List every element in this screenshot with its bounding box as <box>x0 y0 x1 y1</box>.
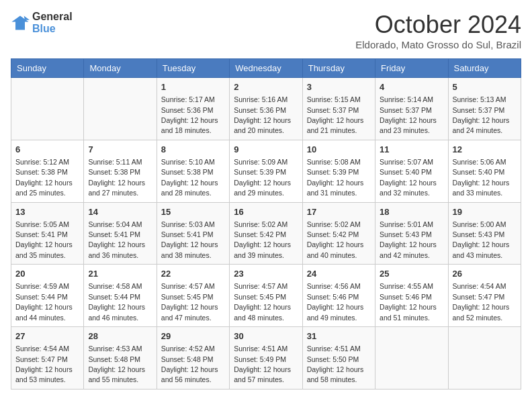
logo: General Blue <box>11 11 73 34</box>
calendar-week-5: 27Sunrise: 4:54 AMSunset: 5:47 PMDayligh… <box>11 327 521 390</box>
calendar-week-3: 13Sunrise: 5:05 AMSunset: 5:41 PMDayligh… <box>11 202 521 265</box>
day-info: Sunrise: 4:51 AMSunset: 5:50 PMDaylight:… <box>307 345 364 383</box>
day-number: 21 <box>88 268 152 280</box>
day-number: 22 <box>161 268 225 280</box>
day-info: Sunrise: 5:17 AMSunset: 5:36 PMDaylight:… <box>161 95 218 134</box>
day-number: 16 <box>234 206 298 218</box>
day-number: 17 <box>307 206 371 218</box>
calendar-week-1: 1Sunrise: 5:17 AMSunset: 5:36 PMDaylight… <box>11 78 521 140</box>
header-cell-wednesday: Wednesday <box>230 59 302 78</box>
calendar-header: SundayMondayTuesdayWednesdayThursdayFrid… <box>11 59 521 78</box>
calendar-cell: 22Sunrise: 4:57 AMSunset: 5:45 PMDayligh… <box>157 265 229 327</box>
header-cell-friday: Friday <box>375 59 448 78</box>
day-number: 15 <box>161 206 225 218</box>
day-info: Sunrise: 5:02 AMSunset: 5:42 PMDaylight:… <box>307 220 364 259</box>
day-info: Sunrise: 5:12 AMSunset: 5:38 PMDaylight:… <box>15 158 73 197</box>
day-info: Sunrise: 4:57 AMSunset: 5:45 PMDaylight:… <box>161 282 218 321</box>
header-cell-sunday: Sunday <box>11 59 84 78</box>
calendar-cell <box>84 78 157 140</box>
day-number: 11 <box>380 144 443 156</box>
calendar-body: 1Sunrise: 5:17 AMSunset: 5:36 PMDaylight… <box>11 78 521 390</box>
day-number: 18 <box>380 206 443 218</box>
calendar-cell <box>11 78 84 140</box>
calendar-table: SundayMondayTuesdayWednesdayThursdayFrid… <box>11 58 521 390</box>
day-info: Sunrise: 4:57 AMSunset: 5:45 PMDaylight:… <box>234 282 291 321</box>
day-number: 3 <box>307 81 371 93</box>
day-info: Sunrise: 5:01 AMSunset: 5:43 PMDaylight:… <box>380 220 437 259</box>
day-info: Sunrise: 4:51 AMSunset: 5:49 PMDaylight:… <box>234 345 291 383</box>
calendar-cell: 21Sunrise: 4:58 AMSunset: 5:44 PMDayligh… <box>84 265 157 327</box>
header-cell-thursday: Thursday <box>302 59 375 78</box>
day-info: Sunrise: 4:55 AMSunset: 5:46 PMDaylight:… <box>380 282 437 321</box>
calendar-cell: 28Sunrise: 4:53 AMSunset: 5:48 PMDayligh… <box>84 327 157 390</box>
calendar-cell: 29Sunrise: 4:52 AMSunset: 5:48 PMDayligh… <box>157 327 229 390</box>
day-number: 28 <box>88 330 152 342</box>
calendar-cell: 3Sunrise: 5:15 AMSunset: 5:37 PMDaylight… <box>302 78 375 140</box>
header-cell-tuesday: Tuesday <box>157 59 229 78</box>
day-number: 29 <box>161 330 225 342</box>
day-number: 26 <box>453 268 517 280</box>
day-info: Sunrise: 5:00 AMSunset: 5:43 PMDaylight:… <box>453 220 510 259</box>
calendar-cell: 20Sunrise: 4:59 AMSunset: 5:44 PMDayligh… <box>11 265 84 327</box>
calendar-cell: 18Sunrise: 5:01 AMSunset: 5:43 PMDayligh… <box>375 202 448 265</box>
calendar-cell: 12Sunrise: 5:06 AMSunset: 5:40 PMDayligh… <box>448 140 521 202</box>
day-number: 31 <box>307 330 371 342</box>
calendar-cell: 2Sunrise: 5:16 AMSunset: 5:36 PMDaylight… <box>230 78 302 140</box>
logo-icon <box>11 13 30 32</box>
day-number: 25 <box>380 268 443 280</box>
day-info: Sunrise: 4:54 AMSunset: 5:47 PMDaylight:… <box>15 345 73 383</box>
calendar-week-4: 20Sunrise: 4:59 AMSunset: 5:44 PMDayligh… <box>11 265 521 327</box>
day-info: Sunrise: 4:56 AMSunset: 5:46 PMDaylight:… <box>307 282 364 321</box>
calendar-cell: 27Sunrise: 4:54 AMSunset: 5:47 PMDayligh… <box>11 327 84 390</box>
day-number: 13 <box>15 206 79 218</box>
day-number: 23 <box>234 268 298 280</box>
calendar-cell <box>448 327 521 390</box>
day-info: Sunrise: 4:52 AMSunset: 5:48 PMDaylight:… <box>161 345 218 383</box>
title-block: October 2024 Eldorado, Mato Grosso do Su… <box>355 11 521 50</box>
calendar-cell: 5Sunrise: 5:13 AMSunset: 5:37 PMDaylight… <box>448 78 521 140</box>
calendar-cell: 25Sunrise: 4:55 AMSunset: 5:46 PMDayligh… <box>375 265 448 327</box>
logo-general: General <box>32 11 73 22</box>
month-title: October 2024 <box>355 11 521 39</box>
calendar-cell: 19Sunrise: 5:00 AMSunset: 5:43 PMDayligh… <box>448 202 521 265</box>
calendar-cell: 26Sunrise: 4:54 AMSunset: 5:47 PMDayligh… <box>448 265 521 327</box>
calendar-cell: 11Sunrise: 5:07 AMSunset: 5:40 PMDayligh… <box>375 140 448 202</box>
calendar-cell: 14Sunrise: 5:04 AMSunset: 5:41 PMDayligh… <box>84 202 157 265</box>
calendar-cell: 1Sunrise: 5:17 AMSunset: 5:36 PMDaylight… <box>157 78 229 140</box>
day-number: 2 <box>234 81 298 93</box>
calendar-cell: 30Sunrise: 4:51 AMSunset: 5:49 PMDayligh… <box>230 327 302 390</box>
calendar-cell: 16Sunrise: 5:02 AMSunset: 5:42 PMDayligh… <box>230 202 302 265</box>
header-row: SundayMondayTuesdayWednesdayThursdayFrid… <box>11 59 521 78</box>
day-info: Sunrise: 5:13 AMSunset: 5:37 PMDaylight:… <box>453 95 510 134</box>
svg-marker-1 <box>24 15 30 19</box>
day-info: Sunrise: 5:04 AMSunset: 5:41 PMDaylight:… <box>88 220 145 259</box>
day-info: Sunrise: 5:16 AMSunset: 5:36 PMDaylight:… <box>234 95 291 134</box>
day-info: Sunrise: 5:11 AMSunset: 5:38 PMDaylight:… <box>88 158 145 197</box>
calendar-cell: 15Sunrise: 5:03 AMSunset: 5:41 PMDayligh… <box>157 202 229 265</box>
day-number: 10 <box>307 144 371 156</box>
calendar-cell: 24Sunrise: 4:56 AMSunset: 5:46 PMDayligh… <box>302 265 375 327</box>
logo-blue: Blue <box>32 23 73 35</box>
day-number: 20 <box>15 268 79 280</box>
day-info: Sunrise: 4:59 AMSunset: 5:44 PMDaylight:… <box>15 282 73 321</box>
day-number: 9 <box>234 144 298 156</box>
calendar-cell: 4Sunrise: 5:14 AMSunset: 5:37 PMDaylight… <box>375 78 448 140</box>
day-info: Sunrise: 4:53 AMSunset: 5:48 PMDaylight:… <box>88 345 145 383</box>
day-number: 1 <box>161 81 225 93</box>
day-info: Sunrise: 5:15 AMSunset: 5:37 PMDaylight:… <box>307 95 364 134</box>
day-info: Sunrise: 5:14 AMSunset: 5:37 PMDaylight:… <box>380 95 437 134</box>
day-info: Sunrise: 4:54 AMSunset: 5:47 PMDaylight:… <box>453 282 510 321</box>
day-number: 30 <box>234 330 298 342</box>
day-info: Sunrise: 5:07 AMSunset: 5:40 PMDaylight:… <box>380 158 437 197</box>
calendar-cell: 13Sunrise: 5:05 AMSunset: 5:41 PMDayligh… <box>11 202 84 265</box>
calendar-cell: 31Sunrise: 4:51 AMSunset: 5:50 PMDayligh… <box>302 327 375 390</box>
day-info: Sunrise: 5:08 AMSunset: 5:39 PMDaylight:… <box>307 158 364 197</box>
day-info: Sunrise: 5:10 AMSunset: 5:38 PMDaylight:… <box>161 158 218 197</box>
day-number: 5 <box>453 81 517 93</box>
day-number: 12 <box>453 144 517 156</box>
header-cell-saturday: Saturday <box>448 59 521 78</box>
day-info: Sunrise: 5:09 AMSunset: 5:39 PMDaylight:… <box>234 158 291 197</box>
calendar-cell: 6Sunrise: 5:12 AMSunset: 5:38 PMDaylight… <box>11 140 84 202</box>
day-number: 27 <box>15 330 79 342</box>
day-info: Sunrise: 5:05 AMSunset: 5:41 PMDaylight:… <box>15 220 73 259</box>
